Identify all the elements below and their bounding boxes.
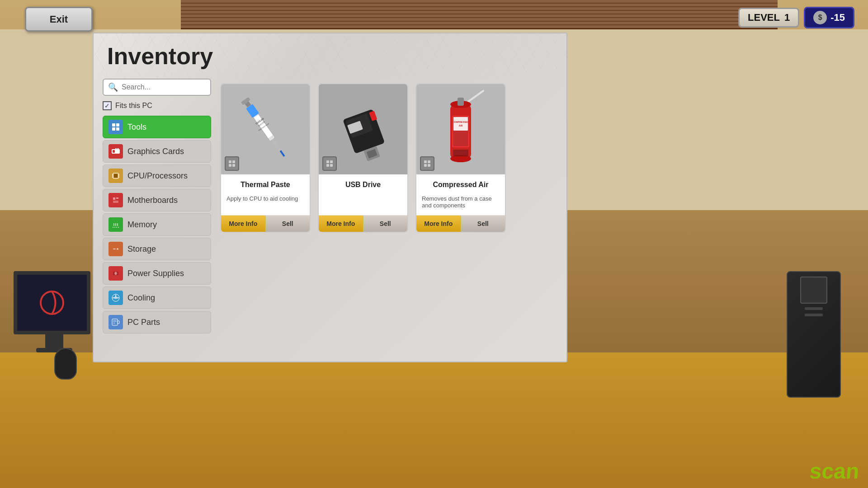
svg-rect-42 [113,323,115,324]
sidebar-item-cpu[interactable]: CPU/Processors [103,164,211,187]
sidebar-label-motherboards: Motherboards [127,196,178,205]
svg-rect-25 [117,223,118,226]
svg-rect-53 [280,150,285,157]
sidebar: 🔍 ✓ Fits this PC Tools [103,79,211,352]
svg-rect-51 [272,139,282,151]
item-desc-compressed: Removes dust from a case and components [416,192,505,215]
svg-point-0 [41,291,63,314]
sidebar-item-motherboards[interactable]: Motherboards [103,189,211,211]
item-desc-thermal: Apply to CPU to aid cooling [221,192,310,215]
svg-rect-6 [113,150,115,153]
svg-point-31 [117,248,118,250]
sidebar-label-graphics: Graphics Cards [127,147,184,156]
svg-rect-2 [116,123,119,127]
sidebar-label-pcparts: PC Parts [127,318,160,327]
svg-rect-29 [118,227,119,228]
svg-rect-82 [428,164,430,167]
usb-drive-image [319,84,407,174]
sidebar-item-power-supplies[interactable]: Power Supplies [103,262,211,285]
hud-container: LEVEL 1 $ -15 [738,7,854,28]
sidebar-item-cooling[interactable]: Cooling [103,286,211,309]
svg-rect-76 [453,117,468,131]
fits-pc-label: Fits this PC [115,102,152,110]
sidebar-item-storage[interactable]: Storage [103,238,211,260]
level-display: LEVEL 1 [738,8,799,28]
svg-rect-54 [229,160,231,163]
item-desc-usb [319,192,407,215]
window-blinds [181,0,778,29]
level-value: 1 [784,12,790,23]
item-card-thermal-paste: COOLER MASTER High Performance [220,83,311,233]
balance-value: -15 [830,12,845,23]
compressed-air-image: COMPRESSED AIR [416,84,505,174]
sidebar-label-memory: Memory [127,220,157,230]
item-actions-thermal: More Info Sell [221,215,310,232]
svg-rect-56 [229,164,231,167]
svg-rect-81 [424,164,427,167]
item-actions-compressed: More Info Sell [416,215,505,232]
sidebar-item-tools[interactable]: Tools [103,116,211,138]
svg-rect-66 [326,164,329,167]
svg-rect-67 [330,164,333,167]
svg-rect-27 [114,227,115,228]
tools-icon [108,120,123,134]
sell-compressed[interactable]: Sell [461,216,505,232]
sidebar-label-cpu: CPU/Processors [127,171,188,181]
storage-icon [108,242,123,256]
panel-header: Inventory [94,33,566,79]
panel-body: 🔍 ✓ Fits this PC Tools [94,79,566,361]
svg-line-68 [467,91,483,102]
fits-pc-filter[interactable]: ✓ Fits this PC [103,101,211,110]
svg-rect-72 [458,98,464,106]
sidebar-item-pc-parts[interactable]: PC Parts [103,311,211,333]
item-name-compressed: Compressed Air [416,174,505,192]
cpu-icon [108,169,123,183]
svg-rect-3 [112,127,115,131]
svg-rect-32 [113,249,116,249]
slot-icon-thermal [225,156,239,171]
more-info-compressed[interactable]: More Info [416,216,461,232]
monitor-screen [14,271,90,334]
svg-rect-41 [113,320,117,322]
search-input[interactable] [122,83,206,91]
sell-usb[interactable]: Sell [363,216,408,232]
svg-rect-23 [113,223,114,226]
inventory-panel: Inventory 🔍 ✓ Fits this PC [93,33,567,362]
item-actions-usb: More Info Sell [319,215,407,232]
svg-rect-75 [453,150,468,156]
more-info-usb[interactable]: More Info [319,216,363,232]
monitor-stand [45,334,63,348]
slot-icon-compressed [420,156,434,171]
sidebar-item-graphics-cards[interactable]: Graphics Cards [103,140,211,163]
item-name-thermal: Thermal Paste [221,174,310,192]
svg-rect-36 [115,272,116,275]
slot-icon-usb [322,156,337,171]
exit-button[interactable]: Exit [25,7,93,32]
pcparts-icon [108,315,123,329]
items-grid: COOLER MASTER High Performance [220,79,557,352]
cooling-icon [108,291,123,305]
svg-rect-79 [424,160,427,163]
scan-label: scan [799,454,868,488]
sidebar-item-memory[interactable]: Memory [103,213,211,236]
sidebar-label-cooling: Cooling [127,293,155,303]
search-icon: 🔍 [108,82,118,92]
search-box[interactable]: 🔍 [103,79,211,96]
currency-symbol: $ [818,14,822,22]
sell-thermal[interactable]: Sell [266,216,310,232]
sidebar-label-psu: Power Supplies [127,269,184,278]
mobo-icon [108,193,123,207]
fits-pc-checkbox[interactable]: ✓ [103,101,112,110]
more-info-thermal[interactable]: More Info [221,216,266,232]
svg-rect-1 [112,123,115,127]
level-label: LEVEL [748,12,780,23]
sidebar-label-storage: Storage [127,244,156,254]
svg-rect-19 [113,197,115,200]
thermal-paste-image: COOLER MASTER High Performance [221,84,310,174]
svg-rect-57 [232,164,235,167]
svg-rect-11 [114,174,118,178]
svg-rect-21 [113,201,118,203]
svg-text:COMPRESSED: COMPRESSED [453,121,469,123]
item-name-usb: USB Drive [319,174,407,192]
pc-tower [787,271,841,398]
